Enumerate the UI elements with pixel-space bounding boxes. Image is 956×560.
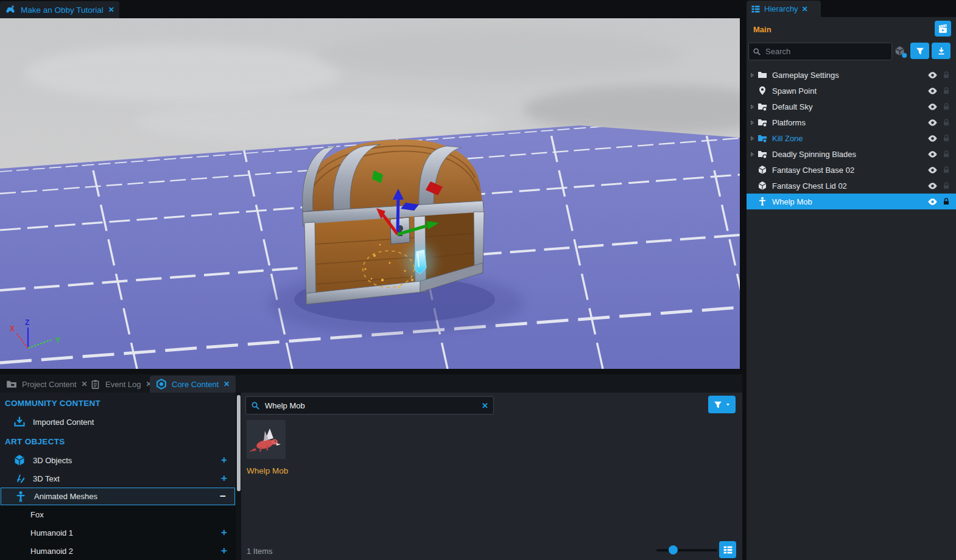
humanoid-icon [757,197,767,206]
visibility-eye-icon[interactable] [927,165,938,175]
visibility-eye-icon[interactable] [927,133,938,144]
close-icon[interactable]: ✕ [223,380,230,388]
lock-icon[interactable] [942,150,951,158]
sidebar-item-humanoid-1[interactable]: Humanoid 1 + [0,523,236,542]
sidebar-item-imported-content[interactable]: Imported Content [0,413,236,431]
hierarchy-row-platforms[interactable]: Platforms [747,114,956,130]
tab-label: Core Content [172,380,219,389]
visibility-eye-icon[interactable] [927,117,938,128]
expand-icon[interactable] [750,136,755,141]
animated-meshes-children: Fox Humanoid 1 + Humanoid 2 + [0,505,236,560]
filter-icon [713,400,723,410]
visibility-eye-icon[interactable] [927,197,938,207]
import-icon [13,416,26,428]
row-label: Whelp Mob [771,197,927,206]
clapper-icon [938,24,948,34]
lock-icon[interactable] [942,86,951,95]
project-tab-bar: Make an Obby Tutorial ✕ [0,0,742,18]
visibility-eye-icon[interactable] [927,149,938,159]
hierarchy-row-fantasy-chest-lid[interactable]: Fantasy Chest Lid 02 [747,178,956,194]
viewport-scene: Z X Y [0,18,740,369]
row-label: Fantasy Chest Lid 02 [771,181,927,191]
sidebar-scrollbar[interactable] [237,395,241,491]
content-filter-button[interactable] [708,396,736,413]
expand-icon[interactable] [750,120,755,125]
group-mode-icon[interactable] [894,45,907,58]
add-icon[interactable]: + [221,527,227,539]
sidebar-item-3d-objects[interactable]: 3D Objects + [0,451,236,469]
clipboard-icon [90,379,100,390]
text-3d-icon [13,472,26,485]
clear-search-icon[interactable]: ✕ [482,401,488,410]
hierarchy-row-gameplay-settings[interactable]: Gameplay Settings [747,67,956,83]
sidebar-item-humanoid-2[interactable]: Humanoid 2 + [0,542,236,560]
content-search-input[interactable] [264,401,478,411]
sidebar-item-3d-text[interactable]: 3D Text + [0,469,236,488]
hierarchy-filter-button[interactable] [910,43,929,59]
slider-knob[interactable] [669,545,678,555]
hierarchy-search-box[interactable] [748,43,892,60]
hierarchy-row-default-sky[interactable]: Default Sky [747,99,956,114]
hierarchy-row-deadly-spinning-blades[interactable]: Deadly Spinning Blades [747,146,956,162]
visibility-eye-icon[interactable] [927,181,938,191]
hierarchy-row-whelp-mob[interactable]: Whelp Mob [747,194,956,209]
tab-make-an-obby-tutorial[interactable]: Make an Obby Tutorial ✕ [0,1,119,18]
close-icon[interactable]: ✕ [802,5,808,13]
tab-hierarchy[interactable]: Hierarchy ✕ [747,1,821,17]
core-editor-window: Make an Obby Tutorial ✕ [0,0,956,560]
asset-card-whelp-mob[interactable]: Whelp Mob [247,420,299,475]
row-label: Fantasy Chest Base 02 [771,166,927,175]
lock-icon[interactable] [942,166,951,174]
viewport-3d[interactable]: Z X Y [0,18,740,369]
tab-label: Project Content [22,380,77,389]
lock-icon[interactable] [942,102,951,111]
visibility-eye-icon[interactable] [927,70,938,80]
tab-project-content[interactable]: Project Content ✕ [0,376,94,393]
content-search-box[interactable]: ✕ [245,396,494,415]
lock-icon[interactable] [942,71,951,79]
content-results-area: ✕ Whelp Mob 1 Items [241,393,742,560]
folder-group-icon [757,149,767,159]
lock-icon[interactable] [942,118,951,127]
sidebar-item-fox[interactable]: Fox [0,505,236,523]
sidebar-item-animated-meshes[interactable]: Animated Meshes − [1,488,235,505]
list-view-button[interactable] [719,541,736,558]
chevron-down-icon [725,401,731,408]
scene-name-label: Main [753,25,771,34]
folder-group-icon [757,117,767,127]
hierarchy-tree: Gameplay Settings Spawn Point Default Sk… [747,67,956,209]
expand-icon[interactable] [750,72,755,78]
add-icon[interactable]: + [221,472,227,485]
sidebar-item-label: Animated Meshes [34,492,97,501]
hierarchy-panel: Hierarchy ✕ Main [747,0,956,560]
sidebar-item-label: Humanoid 1 [30,528,73,537]
asset-thumbnail[interactable] [247,420,286,459]
hierarchy-row-fantasy-chest-base[interactable]: Fantasy Chest Base 02 [747,162,956,178]
add-icon[interactable]: + [221,545,227,557]
lock-icon[interactable] [942,134,951,142]
thumbnail-size-slider[interactable] [656,549,717,551]
hierarchy-row-kill-zone[interactable]: Kill Zone [747,130,956,146]
lock-icon[interactable] [942,197,951,206]
core-content-panel: COMMUNITY CONTENT Imported Content ART O… [0,393,742,560]
expand-icon[interactable] [750,104,755,110]
close-icon[interactable]: ✕ [108,5,114,14]
visibility-eye-icon[interactable] [927,86,938,96]
visibility-eye-icon[interactable] [927,102,938,112]
row-label: Default Sky [771,102,927,111]
add-icon[interactable]: + [221,454,227,466]
cube-icon [757,181,767,191]
scene-settings-button[interactable] [935,21,951,37]
list-view-icon [723,545,733,555]
gamepad-wrench-icon [5,4,16,15]
hierarchy-search-input[interactable] [764,46,870,57]
collapse-all-button[interactable] [932,43,951,59]
tab-event-log[interactable]: Event Log ✕ [84,376,158,393]
hierarchy-tab-label: Hierarchy [764,4,798,13]
collapse-icon[interactable]: − [220,491,226,503]
tab-core-content[interactable]: Core Content ✕ [150,376,236,393]
row-label: Gameplay Settings [771,71,927,80]
hierarchy-row-spawn-point[interactable]: Spawn Point [747,83,956,99]
lock-icon[interactable] [942,181,951,190]
expand-icon[interactable] [750,152,755,157]
